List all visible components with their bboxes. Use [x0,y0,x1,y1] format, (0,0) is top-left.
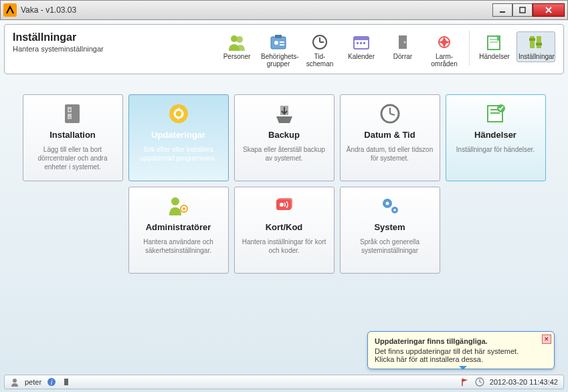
nav-larm[interactable]: Larm-områden [425,31,464,70]
balloon-close-icon[interactable]: ✕ [542,334,551,344]
log-icon [484,33,504,51]
page-title: Inställningar [13,31,173,43]
clock-icon [378,102,402,126]
tile-desc: Hantera inställningar för kort och koder… [240,237,328,255]
tile-desc: Inställningar för händelser. [452,145,540,154]
alarm-icon [434,33,454,51]
tile-desc: Skapa eller återställ backup av systemet… [240,145,328,163]
svg-rect-23 [530,36,535,48]
tile-administratorer[interactable]: Administratörer Hantera användare och sä… [128,187,229,274]
app-icon [3,3,17,17]
page-subtitle: Hantera systeminställningar [13,45,173,53]
nav-tidscheman[interactable]: Tid-scheman [300,31,339,70]
nav-dorrar[interactable]: Dörrar [383,31,422,62]
nav-label: Inställningar [518,53,555,60]
door-icon [393,33,413,51]
nav-kalender[interactable]: Kalender [342,31,381,62]
tile-title: System [346,222,434,232]
admin-icon [167,194,191,218]
svg-rect-54 [64,379,68,385]
tile-title: Updateringar [134,130,223,140]
svg-rect-14 [357,42,359,44]
svg-text:+: + [68,107,71,113]
flag-icon[interactable] [460,377,470,387]
tile-desc: Sök efter eller installera uppdaterad pr… [134,145,223,163]
status-user: peter [25,378,41,386]
user-icon [10,377,19,387]
tile-title: Kort/Kod [240,222,328,232]
nav-label: Larm-områden [431,53,457,68]
tile-datum-tid[interactable]: Datum & Tid Ändra datum, tid eller tidsz… [340,94,440,181]
balloon-title: Uppdateringar finns tillgängliga. [375,337,547,345]
svg-point-51 [13,379,17,383]
tile-installation[interactable]: +- Installation Lägg till eller ta bort … [23,94,123,181]
tile-title: Datum & Tid [346,130,434,140]
svg-point-43 [183,207,185,210]
tile-handelser[interactable]: Händelser Inställningar för händelser. [446,94,546,181]
update-balloon[interactable]: ✕ Uppdateringar finns tillgängliga. Det … [367,331,555,369]
device-icon[interactable] [62,377,71,387]
svg-point-6 [274,41,278,45]
backup-icon [272,102,296,126]
svg-rect-15 [360,42,362,44]
tile-title: Installation [29,130,117,140]
nav-label: Behörighets-grupper [261,53,299,68]
events-icon [484,102,508,126]
status-bar: peter i 2012-03-20 11:43:42 [4,375,564,389]
calendar-icon [351,33,371,51]
tile-system[interactable]: System Språk och generella systeminställ… [340,187,440,274]
nav-label: Personer [223,53,251,60]
svg-rect-27 [65,104,80,123]
nav-icons: Personer Behörighets-grupper Tid-scheman… [173,31,555,70]
nav-label: Kalender [348,53,375,60]
tile-updateringar[interactable]: Updateringar Sök efter eller installera … [128,94,229,181]
settings-icon [526,33,546,51]
close-button[interactable] [533,3,565,17]
tile-desc: Språk och generella systeminställningar [346,237,434,255]
svg-rect-16 [363,42,365,44]
nav-label: Dörrar [393,53,412,60]
tile-title: Händelser [452,130,540,140]
nav-behorighet[interactable]: Behörighets-grupper [259,31,298,70]
card-icon [272,194,296,218]
svg-rect-13 [354,37,369,40]
svg-point-46 [280,203,284,207]
tile-backup[interactable]: Backup Skapa eller återställ backup av s… [234,94,335,181]
info-icon[interactable]: i [47,377,56,387]
balloon-line2: Klicka här för att installera dessa. [375,355,483,363]
svg-rect-8 [280,44,284,45]
nav-separator [469,31,470,65]
nav-installningar[interactable]: Inställningar [516,31,555,62]
window-body: Inställningar Hantera systeminställninga… [0,20,568,392]
svg-rect-25 [529,38,535,41]
svg-point-18 [404,41,406,43]
header-title-block: Inställningar Hantera systeminställninga… [13,31,173,53]
svg-point-50 [393,209,396,211]
tiles-panel: +- Installation Lägg till eller ta bort … [4,81,564,287]
badge-icon [268,33,288,51]
tile-title: Backup [240,130,328,140]
svg-point-48 [385,202,389,205]
maximize-button[interactable] [512,3,533,17]
nav-personer[interactable]: Personer [217,31,256,62]
tile-desc: Ändra datum, tid eller tidszon för syste… [346,145,434,163]
minimize-button[interactable] [492,3,512,17]
tile-title: Administratörer [134,222,223,232]
window-title: Vaka - v1.03.03 [21,5,492,15]
update-icon [167,102,191,126]
svg-rect-24 [537,36,541,48]
clock-icon [310,33,330,51]
svg-line-36 [390,114,395,115]
installation-icon: +- [61,102,85,126]
svg-rect-1 [520,7,525,13]
people-icon [227,33,247,51]
gears-icon [378,194,402,218]
svg-point-3 [236,36,243,43]
svg-text:-: - [68,114,70,120]
nav-handelser[interactable]: Händelser [475,31,514,62]
tile-desc: Hantera användare och säkerhetsinställni… [134,237,223,255]
clock-icon [475,377,484,387]
tile-kort-kod[interactable]: Kort/Kod Hantera inställningar för kort … [234,187,335,274]
svg-point-41 [171,197,179,205]
status-datetime: 2012-03-20 11:43:42 [490,378,558,386]
